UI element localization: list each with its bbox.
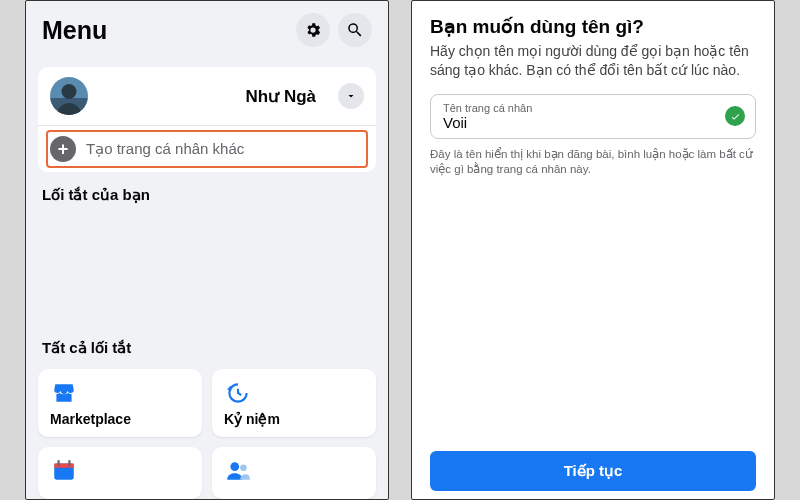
svg-point-4 [230,462,239,471]
marketplace-icon [50,379,78,407]
svg-rect-3 [68,460,70,465]
form-subtitle: Hãy chọn tên mọi người dùng để gọi bạn h… [430,42,756,80]
search-icon [346,21,364,39]
profile-card: Như Ngà + Tạo trang cá nhân khác [38,67,376,172]
search-button[interactable] [338,13,372,47]
valid-indicator [725,106,745,126]
calendar-icon [50,457,78,485]
memories-icon [224,379,252,407]
menu-title: Menu [42,16,107,45]
menu-screen: Menu Như Ngà + Tạo trang cá nhân khác Lố… [25,0,389,500]
create-profile-row[interactable]: + Tạo trang cá nhân khác [38,125,376,172]
svg-rect-2 [58,460,60,465]
header-actions [296,13,372,47]
shortcuts-section-label: Lối tắt của bạn [26,172,388,210]
tile-label: Kỷ niệm [224,411,364,427]
avatar [50,77,88,115]
svg-rect-1 [54,463,74,467]
input-label: Tên trang cá nhân [443,102,715,114]
continue-button[interactable]: Tiếp tục [430,451,756,491]
shortcut-marketplace[interactable]: Marketplace [38,369,202,437]
shortcut-tile-3[interactable] [38,447,202,499]
name-form-screen: Bạn muốn dùng tên gì? Hãy chọn tên mọi n… [411,0,775,500]
expand-button[interactable] [338,83,364,109]
gear-icon [304,21,322,39]
settings-button[interactable] [296,13,330,47]
menu-header: Menu [26,1,388,57]
check-icon [730,111,741,122]
all-shortcuts-label: Tất cả lối tắt [26,325,388,363]
friends-icon [224,457,252,485]
chevron-down-icon [345,90,357,102]
form-body: Bạn muốn dùng tên gì? Hãy chọn tên mọi n… [412,1,774,499]
profile-name: Như Ngà [100,86,326,107]
create-profile-label: Tạo trang cá nhân khác [86,140,244,158]
input-help-text: Đây là tên hiển thị khi bạn đăng bài, bì… [430,147,756,178]
plus-icon: + [50,136,76,162]
tile-label: Marketplace [50,411,190,427]
form-title: Bạn muốn dùng tên gì? [430,15,756,38]
shortcuts-area [26,210,388,325]
profile-name-input[interactable]: Tên trang cá nhân Voii [430,94,756,139]
shortcut-grid: Marketplace Kỷ niệm [26,363,388,499]
input-value: Voii [443,114,715,131]
shortcut-memories[interactable]: Kỷ niệm [212,369,376,437]
profile-switcher[interactable]: Như Ngà [38,67,376,125]
svg-point-5 [240,465,247,472]
shortcut-tile-4[interactable] [212,447,376,499]
